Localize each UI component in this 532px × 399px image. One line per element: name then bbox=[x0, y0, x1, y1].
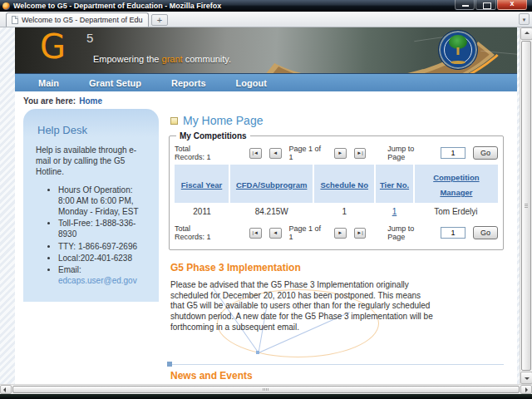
scroll-right-button[interactable] bbox=[520, 385, 532, 394]
help-desk-panel: Help Desk Help is available through e-ma… bbox=[23, 109, 159, 302]
next-page-button[interactable]: ► bbox=[334, 228, 347, 239]
new-tab-button[interactable]: + bbox=[151, 14, 168, 26]
nav-item-reports[interactable]: Reports bbox=[171, 78, 206, 88]
column-header-tier-no[interactable]: Tier No. bbox=[375, 165, 414, 203]
g5-logo: G 5 bbox=[40, 29, 64, 64]
news-title: News and Events bbox=[170, 370, 504, 382]
column-header-fiscal-year[interactable]: Fiscal Year bbox=[175, 165, 229, 203]
orbit-watermark-graphic bbox=[169, 332, 504, 357]
my-competitions-fieldset: My Competitions Total Records: 1 |◄ ◄ Pa… bbox=[169, 131, 504, 250]
scroll-grip bbox=[263, 388, 268, 391]
banner-tagline: Empowering the grant community. bbox=[93, 54, 231, 64]
tier-no-link[interactable]: 1 bbox=[392, 207, 397, 216]
scroll-down-button[interactable] bbox=[520, 372, 532, 384]
orbit-node bbox=[256, 351, 259, 354]
tab-welcome-g5[interactable]: Welcome to G5 - Department of Edu... bbox=[6, 12, 149, 27]
help-desk-intro: Help is available through e-mail or by c… bbox=[36, 145, 149, 178]
scroll-grip bbox=[525, 204, 528, 208]
nav-item-grant-setup[interactable]: Grant Setup bbox=[89, 78, 141, 88]
phase3-title: G5 Phase 3 Implementation bbox=[170, 262, 504, 273]
cell-competition-manager: Tom Erdelyi bbox=[414, 203, 498, 220]
first-page-button[interactable]: |◄ bbox=[249, 148, 262, 159]
jump-to-page-label: Jump to Page bbox=[387, 224, 433, 241]
g5-logo-number: 5 bbox=[86, 31, 93, 45]
list-item: Hours Of Operation: 8:00 AM to 6:00 PM, … bbox=[58, 185, 149, 218]
dept-of-education-seal bbox=[438, 30, 478, 70]
prev-page-button[interactable]: ◄ bbox=[269, 148, 282, 159]
list-item: TTY: 1-866-697-2696 bbox=[58, 241, 149, 252]
restore-button[interactable] bbox=[475, 0, 496, 10]
page-title-icon bbox=[170, 117, 178, 125]
next-page-button[interactable]: ► bbox=[334, 148, 347, 159]
column-header-cfda-subprogram[interactable]: CFDA/Subprogram bbox=[229, 165, 313, 203]
email-link[interactable]: edcaps.user@ed.gov bbox=[58, 276, 137, 285]
section-divider bbox=[169, 364, 504, 365]
scroll-up-button[interactable] bbox=[520, 27, 532, 40]
scroll-left-button[interactable] bbox=[0, 385, 12, 394]
main-nav: Main Grant Setup Reports Logout bbox=[15, 73, 517, 91]
jump-to-page-input[interactable] bbox=[441, 147, 466, 159]
page-indicator: Page 1 of 1 bbox=[289, 224, 327, 241]
list-item: Email: edcaps.user@ed.gov bbox=[58, 264, 149, 286]
tab-title: Welcome to G5 - Department of Edu... bbox=[22, 16, 143, 24]
nav-item-main[interactable]: Main bbox=[38, 78, 59, 88]
column-header-schedule-no[interactable]: Schedule No bbox=[313, 165, 375, 203]
column-header-competition-manager[interactable]: Competition Manager bbox=[414, 165, 498, 203]
vertical-scrollbar[interactable] bbox=[520, 27, 532, 384]
title-bar: Welcome to G5 - Department of Education … bbox=[0, 0, 532, 12]
tab-bar: Welcome to G5 - Department of Edu... + ▾ bbox=[0, 12, 532, 27]
page-viewport: G 5 Empowering the grant community. Main… bbox=[0, 27, 532, 384]
go-button[interactable]: Go bbox=[473, 146, 498, 160]
email-label: Email: bbox=[58, 265, 81, 274]
cell-schedule-no: 1 bbox=[313, 203, 375, 220]
list-item: Toll-Free: 1-888-336-8930 bbox=[58, 218, 149, 239]
tagline-highlight: grant bbox=[162, 54, 183, 64]
help-desk-title: Help Desk bbox=[37, 124, 149, 136]
jump-to-page-input[interactable] bbox=[441, 227, 466, 239]
tagline-pre: Empowering the bbox=[93, 54, 162, 64]
cell-fiscal-year: 2011 bbox=[175, 203, 229, 220]
prev-page-button[interactable]: ◄ bbox=[269, 228, 282, 239]
list-item: Local:202-401-6238 bbox=[58, 253, 149, 264]
my-competitions-legend: My Competitions bbox=[176, 131, 250, 140]
pager-top: Total Records: 1 |◄ ◄ Page 1 of 1 ► ►| J… bbox=[175, 140, 498, 165]
seal-tree-trunk bbox=[457, 47, 460, 55]
nav-item-logout[interactable]: Logout bbox=[236, 78, 267, 88]
content-columns: Help Desk Help is available through e-ma… bbox=[15, 109, 517, 384]
sidebar: Help Desk Help is available through e-ma… bbox=[23, 109, 159, 302]
breadcrumb-label: You are here: bbox=[23, 96, 76, 106]
seal-base bbox=[451, 61, 466, 64]
total-records-label: Total Records: 1 bbox=[175, 145, 228, 161]
divider-square-icon bbox=[167, 362, 172, 367]
page-title: My Home Page bbox=[183, 114, 263, 127]
breadcrumb: You are here:Home bbox=[15, 91, 517, 109]
browser-window: Welcome to G5 - Department of Education … bbox=[0, 0, 532, 399]
last-page-button[interactable]: ►| bbox=[354, 228, 367, 239]
site-container: G 5 Empowering the grant community. Main… bbox=[15, 27, 517, 384]
tagline-post: community. bbox=[183, 54, 231, 64]
g5-logo-letter: G bbox=[40, 27, 64, 66]
minimize-button[interactable] bbox=[455, 0, 475, 10]
firefox-icon bbox=[2, 2, 10, 10]
table-row: 2011 84.215W 1 1 Tom Erdelyi bbox=[175, 203, 498, 220]
go-button[interactable]: Go bbox=[473, 226, 498, 239]
first-page-button[interactable]: |◄ bbox=[249, 228, 262, 239]
last-page-button[interactable]: ►| bbox=[354, 148, 367, 159]
vertical-scroll-thumb[interactable] bbox=[521, 41, 531, 371]
breadcrumb-home-link[interactable]: Home bbox=[79, 96, 102, 106]
horizontal-scrollbar[interactable] bbox=[0, 384, 532, 394]
cell-cfda-subprogram: 84.215W bbox=[229, 203, 313, 220]
list-tabs-button[interactable]: ▾ bbox=[519, 13, 530, 25]
page-favicon bbox=[12, 16, 18, 24]
page-indicator: Page 1 of 1 bbox=[289, 145, 327, 161]
total-records-label: Total Records: 1 bbox=[175, 224, 228, 241]
jump-to-page-label: Jump to Page bbox=[387, 145, 433, 161]
bottom-bar bbox=[0, 394, 532, 399]
window-controls bbox=[454, 0, 527, 10]
cell-tier-no: 1 bbox=[375, 203, 414, 220]
close-button[interactable] bbox=[497, 0, 527, 10]
page-title-row: My Home Page bbox=[170, 114, 504, 127]
main-content: My Home Page My Competitions Total Recor… bbox=[169, 111, 504, 384]
site-banner: G 5 Empowering the grant community. bbox=[15, 27, 517, 73]
horizontal-scroll-thumb[interactable] bbox=[12, 386, 520, 393]
